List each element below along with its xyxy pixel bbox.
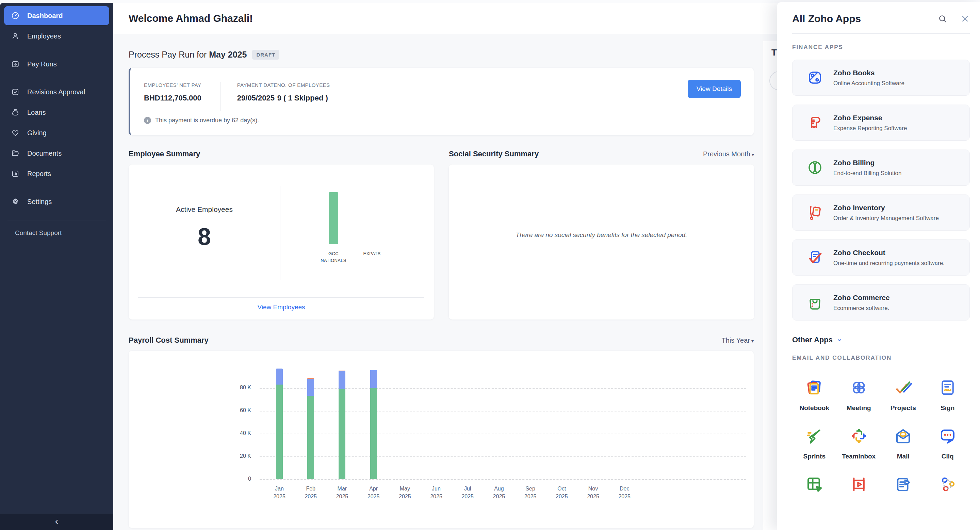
- sidebar-collapse-button[interactable]: ‹: [0, 514, 113, 530]
- finance-apps-label: FINANCE APPS: [792, 44, 970, 51]
- draft-status-badge: DRAFT: [252, 50, 279, 60]
- payrun-title: Process Pay Run for May 2025: [129, 50, 247, 60]
- gridline: [259, 479, 746, 480]
- stacked-bar: [370, 351, 377, 479]
- blue-segment: [339, 371, 345, 388]
- meeting-icon: [850, 378, 868, 397]
- stat-employee-count: NO. OF EMPLOYEES 9 ( 1 Skipped ): [277, 82, 330, 111]
- x-axis-label: Apr2025: [358, 485, 389, 500]
- sidebar-item-giving[interactable]: Giving: [4, 123, 109, 142]
- app-meeting[interactable]: Meeting: [837, 378, 881, 412]
- sidebar-item-label: Reports: [27, 170, 51, 178]
- search-icon: [937, 14, 948, 24]
- employee-bar-label: GCCNATIONALS: [313, 251, 354, 263]
- previous-month-filter[interactable]: Previous Month▾: [703, 150, 754, 158]
- x-axis-label: Oct2025: [546, 485, 578, 500]
- stacked-bar: [339, 351, 345, 479]
- other-apps-toggle[interactable]: Other Apps: [792, 335, 970, 344]
- x-axis-label: May2025: [389, 485, 421, 500]
- close-panel-button[interactable]: [960, 14, 970, 24]
- video-icon: [850, 475, 868, 493]
- sprints-icon: [805, 427, 824, 445]
- x-axis-label: Jan2025: [264, 485, 295, 500]
- document-icon: [894, 475, 912, 493]
- x-axis-label: Feb2025: [295, 485, 326, 500]
- sidebar-item-dashboard[interactable]: Dashboard: [4, 6, 109, 25]
- y-axis-tick: 0: [219, 476, 251, 482]
- gridline: [259, 388, 746, 389]
- panel-title: All Zoho Apps: [792, 13, 937, 24]
- stat-payment-date: PAYMENT DATE 29/05/2025: [237, 82, 277, 111]
- gridline: [259, 457, 746, 457]
- view-details-button[interactable]: View Details: [688, 80, 741, 98]
- employee-summary-section: Employee Summary Active Employees 8 GCCN…: [129, 150, 434, 319]
- contact-support-link[interactable]: Contact Support: [4, 220, 109, 237]
- sidebar-item-employees[interactable]: Employees: [4, 27, 109, 46]
- app-cliq[interactable]: Cliq: [926, 427, 970, 460]
- app-sprints[interactable]: Sprints: [792, 427, 837, 460]
- email-collab-label: EMAIL AND COLLABORATION: [792, 354, 970, 361]
- blue-segment: [370, 370, 377, 388]
- stat-net-pay: EMPLOYEES' NET PAY BHD112,705.000: [144, 82, 202, 111]
- teaminbox-icon: [850, 427, 868, 445]
- social-security-card: There are no social security benefits fo…: [449, 164, 754, 319]
- search-button[interactable]: [937, 14, 948, 24]
- social-security-section: Social Security Summary Previous Month▾ …: [449, 150, 754, 319]
- app-card-zoho-billing[interactable]: Zoho BillingEnd-to-end Billing Solution: [792, 150, 970, 186]
- sidebar-item-label: Revisions Approval: [27, 88, 85, 96]
- app-card-zoho-checkout[interactable]: Zoho CheckoutOne-time and recurring paym…: [792, 239, 970, 276]
- app-partial-table[interactable]: [792, 475, 837, 495]
- app-window: Dashboard Employees Pay Runs Revisions A…: [0, 0, 980, 530]
- chevron-down-icon: [836, 337, 843, 343]
- reports-icon: [11, 169, 20, 178]
- sidebar-item-label: Pay Runs: [27, 60, 57, 68]
- cliq-icon: [939, 427, 957, 445]
- payroll-cost-section: Payroll Cost Summary This Year▾ 80 K60 K…: [129, 336, 754, 528]
- app-projects[interactable]: Projects: [881, 378, 926, 412]
- sidebar-item-settings[interactable]: Settings: [4, 192, 109, 211]
- dashboard-icon: [11, 11, 20, 20]
- sidebar-item-documents[interactable]: Documents: [4, 144, 109, 163]
- app-card-zoho-commerce[interactable]: Zoho CommerceEcommerce software.: [792, 284, 970, 321]
- green-segment: [339, 389, 345, 479]
- app-partial-video[interactable]: [837, 475, 881, 495]
- app-notebook[interactable]: Notebook: [792, 378, 837, 412]
- app-card-zoho-inventory[interactable]: Zoho InventoryOrder & Inventory Manageme…: [792, 195, 970, 231]
- overdue-note: i This payment is overdue by 62 day(s).: [144, 117, 259, 124]
- truncated-heading-fragment: T: [763, 41, 778, 58]
- view-employees-link[interactable]: View Employees: [129, 303, 434, 311]
- this-year-filter[interactable]: This Year▾: [722, 337, 754, 344]
- y-axis-tick: 20 K: [219, 453, 251, 459]
- y-axis-tick: 40 K: [219, 430, 251, 436]
- app-teaminbox[interactable]: TeamInbox: [837, 427, 881, 460]
- stacked-bar: [307, 351, 314, 479]
- stacked-bar: [276, 351, 283, 479]
- app-partial-document[interactable]: [881, 475, 926, 495]
- zoho-checkout-icon: [807, 249, 823, 266]
- sidebar-item-revisions-approval[interactable]: Revisions Approval: [4, 82, 109, 102]
- sign-icon: [939, 378, 957, 397]
- app-card-zoho-expense[interactable]: Zoho ExpenseExpense Reporting Software: [792, 105, 970, 140]
- app-partial-connect[interactable]: [926, 475, 970, 495]
- sidebar-item-loans[interactable]: Loans: [4, 103, 109, 122]
- app-mail[interactable]: Mail: [881, 427, 926, 460]
- zoho-expense-icon: [807, 115, 823, 131]
- sidebar-item-pay-runs[interactable]: Pay Runs: [4, 54, 109, 73]
- sidebar-item-label: Loans: [27, 109, 46, 117]
- employee-summary-card: Active Employees 8 GCCNATIONALSEXPATS Vi…: [129, 164, 434, 319]
- sidebar-item-label: Dashboard: [27, 12, 63, 20]
- sidebar-item-reports[interactable]: Reports: [4, 164, 109, 183]
- employee-bar: [329, 192, 338, 244]
- green-segment: [370, 388, 377, 479]
- x-axis-label: Sep2025: [515, 485, 546, 500]
- card-divider: [138, 297, 424, 298]
- green-segment: [307, 396, 314, 479]
- green-segment: [276, 385, 283, 479]
- x-axis-label: Mar2025: [326, 485, 358, 500]
- active-employees-label: Active Employees: [129, 205, 280, 214]
- app-card-zoho-books[interactable]: Zoho BooksOnline Accounting Software: [792, 60, 970, 96]
- app-sign[interactable]: Sign: [926, 378, 970, 412]
- x-axis-label: Nov2025: [578, 485, 609, 500]
- projects-icon: [894, 378, 912, 397]
- active-employees-count: 8: [129, 223, 280, 251]
